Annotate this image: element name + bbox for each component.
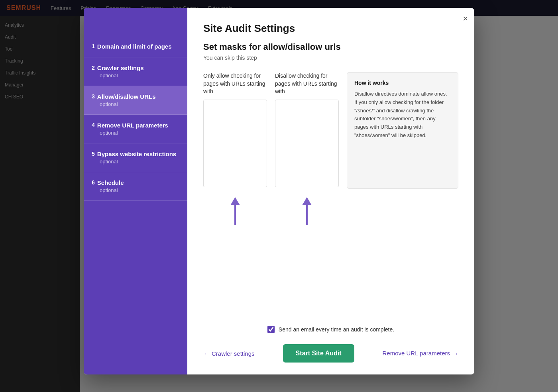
allow-textarea[interactable] [203, 100, 267, 187]
modal-main: Site Audit Settings Set masks for allow/… [187, 8, 474, 374]
email-label: Send an email every time an audit is com… [279, 326, 394, 333]
disallow-col: Disallow checking for pages with URLs st… [275, 72, 339, 189]
step-sub-2: optional [92, 73, 179, 78]
how-it-works-box: How it works Disallow directives dominat… [347, 72, 458, 189]
step-sub-3: optional [92, 101, 179, 107]
how-it-works-text: Disallow directives dominate allow ones.… [354, 90, 451, 140]
next-link[interactable]: Remove URL parameters → [382, 349, 458, 357]
skip-text: You can skip this step [203, 55, 458, 61]
modal-footer: Send an email every time an audit is com… [203, 314, 458, 363]
step-num-1: 1 [92, 43, 95, 49]
modal: × 1Domain and limit of pages2Crawler set… [84, 8, 474, 374]
modal-backdrop: × 1Domain and limit of pages2Crawler set… [0, 0, 558, 392]
disallow-label: Disallow checking for pages with URLs st… [275, 72, 339, 96]
step-num-6: 6 [92, 179, 95, 186]
arrows-row [203, 195, 458, 227]
footer-buttons: ← Crawler settings Start Site Audit Remo… [203, 344, 458, 363]
step-item-5[interactable]: 5Bypass website restrictionsoptional [84, 143, 187, 172]
close-button[interactable]: × [463, 14, 468, 23]
allow-label: Only allow checking for pages with URLs … [203, 72, 267, 96]
step-num-5: 5 [92, 151, 95, 157]
how-it-works-title: How it works [354, 80, 451, 86]
step-item-2[interactable]: 2Crawler settingsoptional [84, 57, 187, 86]
step-title-1: Domain and limit of pages [97, 43, 172, 50]
allow-col: Only allow checking for pages with URLs … [203, 72, 267, 189]
url-columns: Only allow checking for pages with URLs … [203, 72, 458, 189]
step-item-6[interactable]: 6Scheduleoptional [84, 172, 187, 201]
step-title-2: Crawler settings [97, 65, 144, 71]
arrow-shaft-allow [234, 205, 236, 225]
step-item-3[interactable]: 3Allow/disallow URLsoptional [84, 86, 187, 115]
start-audit-button[interactable]: Start Site Audit [283, 344, 354, 363]
arrow-col-allow [203, 195, 267, 227]
next-arrow-icon: → [452, 350, 458, 357]
step-num-2: 2 [92, 65, 95, 71]
arrow-head-allow [230, 197, 240, 205]
step-sub-6: optional [92, 187, 179, 193]
step-title-6: Schedule [97, 179, 124, 186]
arrow-shaft-disallow [306, 205, 308, 225]
email-row: Send an email every time an audit is com… [203, 326, 458, 333]
step-title-3: Allow/disallow URLs [97, 93, 156, 100]
back-link-label: Crawler settings [212, 350, 255, 357]
step-sub-4: optional [92, 130, 179, 136]
section-title: Set masks for allow/disallow urls [203, 42, 458, 52]
step-num-4: 4 [92, 122, 95, 128]
step-title-4: Remove URL parameters [97, 122, 168, 129]
arrow-col-spacer [347, 195, 458, 227]
modal-title: Site Audit Settings [203, 22, 458, 35]
email-checkbox[interactable] [267, 326, 275, 333]
arrow-col-disallow [275, 195, 339, 227]
arrow-up-allow [230, 197, 240, 225]
disallow-textarea[interactable] [275, 100, 339, 187]
back-arrow-icon: ← [203, 350, 209, 357]
step-sub-5: optional [92, 159, 179, 165]
step-item-1[interactable]: 1Domain and limit of pages [84, 36, 187, 57]
back-link[interactable]: ← Crawler settings [203, 350, 255, 357]
step-num-3: 3 [92, 93, 95, 100]
next-link-text: Remove URL parameters [382, 349, 450, 357]
step-item-4[interactable]: 4Remove URL parametersoptional [84, 115, 187, 143]
arrow-up-disallow [302, 197, 312, 225]
arrow-head-disallow [302, 197, 312, 205]
steps-sidebar: 1Domain and limit of pages2Crawler setti… [84, 8, 187, 374]
step-title-5: Bypass website restrictions [97, 151, 176, 157]
